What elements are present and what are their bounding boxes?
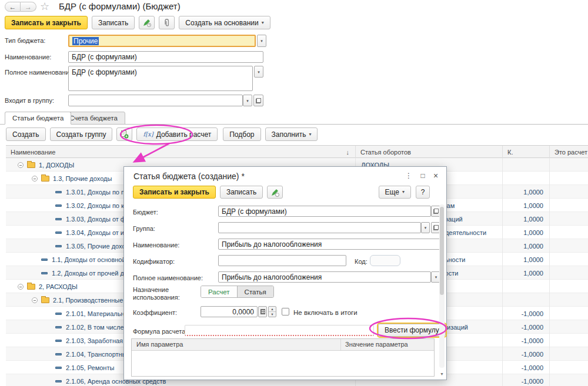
full-name-dropdown[interactable]: ▾ (254, 66, 263, 78)
full-name-field[interactable]: БДР (с формулами) (68, 66, 253, 91)
attachments-button[interactable] (159, 16, 175, 29)
tab-strip: Статьи бюджета Счета бюджета (0, 112, 588, 125)
spinner-up-icon: ▲ (269, 307, 276, 312)
exclude-totals-label: Не включать в итоги (293, 309, 358, 316)
create-group-button[interactable]: Создать группу (50, 127, 113, 141)
item-icon (55, 313, 62, 315)
item-icon (41, 272, 48, 274)
dlg-codifier-field[interactable] (218, 255, 346, 266)
enter-formula-button[interactable]: Ввести формулу (378, 324, 446, 337)
dialog-toolbar: Записать и закрыть Записать (133, 186, 283, 199)
dlg-budget-field[interactable]: БДР (с формулами) (218, 206, 431, 217)
parent-group-label: Входит в группу: (5, 97, 54, 104)
dialog-scrollbar[interactable] (439, 204, 445, 368)
column-header-name[interactable]: Наименование ↓ (6, 146, 356, 159)
dlg-full-name-label: Полное наименование: (133, 274, 203, 281)
add-calculation-button[interactable]: f[x] Добавить расчет (136, 127, 218, 141)
collapse-icon[interactable] (32, 176, 38, 182)
item-icon (55, 218, 62, 220)
menu-dots-icon[interactable]: ⋮ (403, 170, 415, 181)
pen-clock-icon (270, 188, 279, 197)
budget-type-field[interactable]: Прочие (68, 35, 256, 47)
parameters-table-header: Имя параметра Значение параметра (132, 339, 434, 351)
document-plus-icon (120, 130, 129, 139)
open-form-icon (256, 98, 261, 103)
open-form-icon (433, 209, 439, 214)
row-k-cell (503, 158, 550, 172)
tab-budget-items[interactable]: Статьи бюджета (5, 112, 71, 125)
coefficient-spinner[interactable]: ▲▼ (268, 306, 276, 317)
usage-option-item[interactable]: Статья (238, 286, 273, 297)
change-history-button[interactable] (139, 16, 155, 29)
row-calc-cell (550, 266, 588, 280)
calculator-button[interactable] (258, 306, 267, 317)
help-button[interactable]: ? (416, 186, 430, 199)
chevron-down-icon: ▾ (402, 190, 405, 194)
column-header-calc[interactable]: Это расчет (550, 146, 588, 159)
item-icon (55, 380, 62, 382)
column-header-k[interactable]: К. (503, 146, 550, 159)
scrollbar-thumb[interactable] (440, 207, 444, 295)
formula-field[interactable] (185, 325, 374, 336)
forward-button[interactable]: → (21, 2, 36, 12)
row-k-cell: 1,0000 (503, 185, 550, 199)
param-name-column[interactable]: Имя параметра (136, 341, 183, 348)
dlg-full-name-field[interactable]: Прибыль до налогообложения (218, 271, 431, 283)
row-label: 1.3, Прочие доходы (53, 175, 112, 182)
budget-type-dropdown[interactable]: ▾ (257, 35, 266, 47)
list-command-bar: Создать Создать группу f[x] Добавить рас… (6, 127, 318, 141)
row-k-cell: 1,0000 (503, 239, 550, 253)
column-header-oborot[interactable]: Статья оборотов (356, 146, 503, 159)
dialog-save-close-button[interactable]: Записать и закрыть (133, 186, 216, 199)
arrow-left-icon: ← (9, 3, 16, 11)
collapse-icon[interactable] (18, 284, 24, 290)
dlg-name-field[interactable]: Прибыль до налогообложения (218, 239, 441, 250)
row-calc-cell (550, 361, 588, 374)
dialog-save-button[interactable]: Записать (220, 186, 263, 199)
collapse-icon[interactable] (18, 162, 24, 168)
row-label: 1, ДОХОДЫ (39, 162, 74, 169)
parent-group-dropdown[interactable]: ▾ (243, 95, 252, 106)
sort-descending-icon: ↓ (346, 149, 350, 156)
tab-budget-accounts[interactable]: Счета бюджета (62, 112, 125, 125)
item-icon (41, 259, 48, 261)
param-value-column[interactable]: Значение параметра (345, 341, 408, 348)
collapse-icon[interactable] (32, 297, 38, 303)
row-calc-cell (550, 226, 588, 239)
fill-button[interactable]: Заполнить▾ (265, 127, 318, 141)
name-field[interactable]: БДР (с формулами) (68, 51, 263, 63)
open-form-icon (433, 225, 439, 230)
row-calc-cell (550, 212, 588, 226)
dialog-change-history-button[interactable] (267, 186, 283, 199)
more-button[interactable]: Еще▾ (379, 186, 411, 199)
save-button[interactable]: Записать (92, 16, 135, 29)
favorite-star-icon[interactable]: ☆ (40, 0, 49, 13)
parent-group-open-button[interactable] (253, 95, 263, 106)
dlg-group-field[interactable] (218, 222, 421, 233)
row-calc-cell (550, 334, 588, 347)
dlg-group-label: Группа: (133, 225, 155, 232)
create-based-on-button[interactable]: Создать на основании▾ (179, 16, 270, 29)
fx-icon: f[x] (143, 131, 153, 137)
row-k-cell: 1,0000 (503, 266, 550, 280)
maximize-icon[interactable]: □ (417, 170, 429, 181)
copy-button[interactable] (116, 127, 132, 141)
usage-option-calculation[interactable]: Расчет (201, 286, 238, 297)
exclude-totals-checkbox[interactable] (282, 308, 289, 315)
close-icon[interactable]: × (430, 170, 442, 181)
scroll-down-icon[interactable]: ▼ (439, 371, 445, 377)
row-calc-cell (550, 199, 588, 212)
parent-group-field[interactable] (68, 95, 243, 106)
chevron-down-icon: ▾ (309, 132, 311, 137)
coefficient-field[interactable]: 0,0000 (201, 306, 258, 317)
create-button[interactable]: Создать (6, 127, 46, 141)
save-close-button[interactable]: Записать и закрыть (5, 16, 88, 29)
row-calc-cell (550, 239, 588, 253)
row-k-cell: 1,0000 (503, 212, 550, 226)
dlg-group-dropdown[interactable]: ▾ (421, 222, 430, 233)
calculator-icon (260, 309, 265, 314)
back-button[interactable]: ← (5, 2, 21, 12)
item-icon (55, 204, 62, 207)
pick-button[interactable]: Подбор (223, 127, 260, 141)
full-name-label: Полное наименование: (5, 69, 75, 76)
